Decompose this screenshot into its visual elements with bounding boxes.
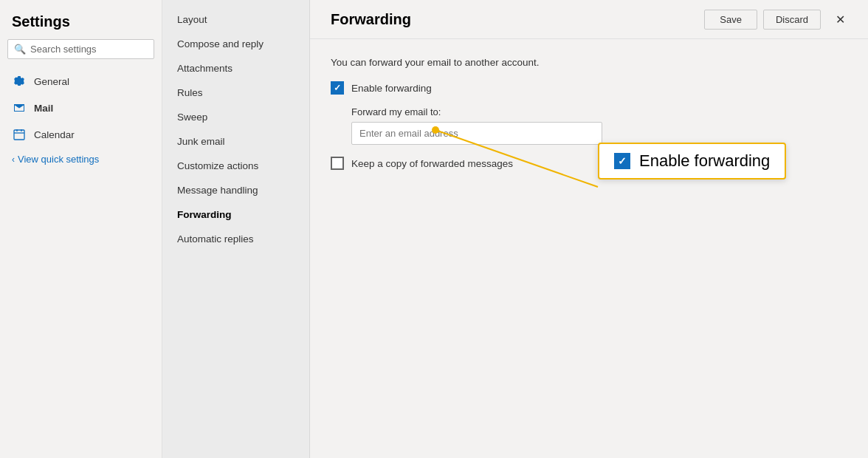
mid-nav-attachments[interactable]: Attachments <box>162 56 309 81</box>
search-placeholder: Search settings <box>30 44 97 55</box>
annotation-box: ✓ Enable forwarding <box>598 143 786 180</box>
sidebar-item-general[interactable]: General <box>0 68 162 95</box>
mid-nav-junk[interactable]: Junk email <box>162 129 309 154</box>
forward-to-section: Forward my email to: <box>351 106 847 145</box>
mid-nav-customize[interactable]: Customize actions <box>162 154 309 178</box>
sidebar-item-calendar[interactable]: Calendar <box>0 121 162 148</box>
top-bar: Forwarding Save Discard ✕ <box>310 0 868 39</box>
enable-forwarding-label: Enable forwarding <box>351 83 432 94</box>
forward-to-label: Forward my email to: <box>351 106 847 117</box>
save-button[interactable]: Save <box>704 10 757 30</box>
gear-icon <box>12 74 27 89</box>
annotation-label: Enable forwarding <box>639 151 770 171</box>
mid-nav-rules[interactable]: Rules <box>162 81 309 105</box>
chevron-left-icon: ‹ <box>12 154 15 165</box>
enable-forwarding-row: ✓ Enable forwarding <box>331 81 847 95</box>
keep-copy-checkbox[interactable] <box>331 157 344 170</box>
description-text: You can forward your email to another ac… <box>331 57 847 68</box>
mid-nav: Layout Compose and reply Attachments Rul… <box>162 0 310 458</box>
keep-copy-label: Keep a copy of forwarded messages <box>351 158 513 169</box>
main-content: Forwarding Save Discard ✕ You can forwar… <box>310 0 868 458</box>
quick-settings-label: View quick settings <box>18 154 99 165</box>
svg-rect-0 <box>14 130 24 140</box>
page-title: Forwarding <box>331 11 411 28</box>
search-icon: 🔍 <box>14 44 26 55</box>
content-area: You can forward your email to another ac… <box>310 39 868 458</box>
mid-nav-forwarding[interactable]: Forwarding <box>162 202 309 227</box>
email-address-input[interactable] <box>351 122 602 145</box>
mail-icon <box>12 100 27 115</box>
mid-nav-message-handling[interactable]: Message handling <box>162 178 309 202</box>
discard-button[interactable]: Discard <box>763 10 821 30</box>
annotation-checkmark-icon: ✓ <box>618 155 627 167</box>
mid-nav-compose[interactable]: Compose and reply <box>162 32 309 56</box>
sidebar-item-mail[interactable]: Mail <box>0 95 162 121</box>
view-quick-settings[interactable]: ‹ View quick settings <box>0 148 162 171</box>
mail-label: Mail <box>34 103 53 114</box>
mid-nav-layout[interactable]: Layout <box>162 7 309 32</box>
enable-forwarding-checkbox[interactable]: ✓ <box>331 81 344 95</box>
calendar-icon <box>12 127 27 142</box>
general-label: General <box>34 76 69 87</box>
settings-title: Settings <box>0 7 162 39</box>
search-box[interactable]: 🔍 Search settings <box>7 39 154 59</box>
checkmark-icon: ✓ <box>334 83 341 93</box>
mid-nav-auto-replies[interactable]: Automatic replies <box>162 227 309 251</box>
close-button[interactable]: ✕ <box>830 9 850 30</box>
sidebar: Settings 🔍 Search settings General Mail <box>0 0 162 458</box>
mid-nav-sweep[interactable]: Sweep <box>162 105 309 129</box>
calendar-label: Calendar <box>34 129 75 140</box>
annotation-checkbox: ✓ <box>614 153 630 169</box>
top-bar-actions: Save Discard ✕ <box>704 9 850 30</box>
